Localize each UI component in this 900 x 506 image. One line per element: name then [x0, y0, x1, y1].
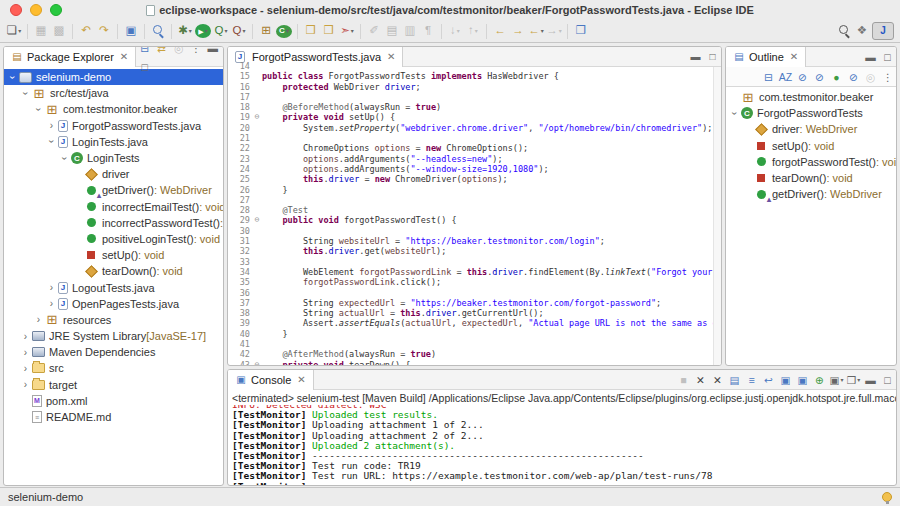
show-on-stderr-icon[interactable]: ▣ [795, 372, 810, 389]
collapse-all-icon[interactable]: ⊟ [761, 69, 776, 86]
new-java-class-icon[interactable]: C▾ [276, 25, 292, 38]
hide-static-members-icon[interactable]: ⊘ [812, 69, 827, 86]
close-icon[interactable]: ✕ [297, 374, 305, 385]
expander-open-icon[interactable]: › [33, 103, 44, 116]
tab-package-explorer[interactable]: ▤ Package Explorer ✕ [4, 47, 136, 67]
maximize-icon[interactable]: □ [880, 49, 895, 66]
expander-closed-icon[interactable]: › [19, 347, 32, 358]
tab-outline[interactable]: ▤ Outline ✕ [726, 47, 806, 67]
tree-item-readme-md[interactable]: ≡README.md [4, 409, 223, 425]
open-console-icon[interactable]: ❒▾ [846, 372, 861, 389]
hide-non-public-members-icon[interactable]: ● [829, 69, 844, 86]
dropdown-arrow-icon[interactable]: ▾ [559, 28, 562, 34]
tree-item-incorrectemailtest[interactable]: incorrectEmailTest() : void [4, 199, 223, 215]
dropdown-arrow-icon[interactable]: ▾ [541, 28, 544, 34]
dropdown-arrow-icon[interactable]: ▾ [189, 28, 192, 34]
tree-item-setup[interactable]: setUp() : void [726, 138, 896, 154]
expander-open-icon[interactable]: › [20, 87, 31, 100]
expander-closed-icon[interactable]: › [19, 379, 32, 390]
redo-icon[interactable]: ↷ [96, 23, 112, 40]
tree-item-getdriver[interactable]: getDriver() : WebDriver [726, 186, 896, 202]
tree-item-com-testmonitor-beaker[interactable]: ›⊞com.testmonitor.beaker [4, 101, 223, 117]
tree-item-src-test-java[interactable]: ›⊞src/test/java [4, 85, 223, 101]
tree-item-logouttests-java[interactable]: ›JLogoutTests.java [4, 279, 223, 295]
tab-console[interactable]: ▣ Console ✕ [228, 370, 314, 390]
notification-lightbulb-icon[interactable] [882, 492, 892, 502]
remove-launch-icon[interactable]: ✕ [693, 372, 708, 389]
profile-icon[interactable]: Q▾ [231, 23, 247, 40]
expander-open-icon[interactable]: › [7, 71, 18, 84]
coverage-icon[interactable]: Q▾ [213, 23, 229, 40]
sort-icon[interactable]: AZ [778, 69, 793, 86]
tree-item-src[interactable]: ›src [4, 360, 223, 376]
dropdown-arrow-icon[interactable]: ▾ [224, 28, 227, 34]
last-edit-location-icon[interactable]: ← [492, 23, 508, 40]
fold-marker-icon[interactable]: ⊖ [252, 215, 262, 225]
minimize-icon[interactable]: ▬ [205, 46, 220, 57]
dropdown-arrow-icon[interactable]: ▾ [840, 377, 843, 383]
expander-closed-icon[interactable]: › [45, 120, 58, 131]
overview-ruler[interactable] [713, 67, 721, 365]
run-icon[interactable]: ▶▾ [195, 24, 211, 38]
undo-icon[interactable]: ↶ [78, 23, 94, 40]
close-icon[interactable]: ✕ [120, 51, 128, 62]
tree-item-getdriver[interactable]: getDriver() : WebDriver [4, 182, 223, 198]
tree-item-com-testmonitor-beaker[interactable]: ⊞com.testmonitor.beaker [726, 89, 896, 105]
tree-item-jre-system-library[interactable]: ›JRE System Library [JavaSE-17] [4, 328, 223, 344]
hide-fields-icon[interactable]: ⊘ [795, 69, 810, 86]
launch-icon[interactable]: ➣▾ [339, 23, 355, 40]
tree-item-logintests-java[interactable]: ›JLoginTests.java [4, 134, 223, 150]
tree-item-forgotpasswordtest[interactable]: forgotPasswordTest() : void [726, 154, 896, 170]
dropdown-arrow-icon[interactable]: ▾ [18, 28, 21, 34]
hide-local-types-icon[interactable]: ⊘ [846, 69, 861, 86]
expander-closed-icon[interactable]: › [45, 298, 58, 309]
expander-closed-icon[interactable]: › [45, 282, 58, 293]
clear-console-icon[interactable]: ▤ [727, 372, 742, 389]
link-with-editor-icon[interactable]: ⇄ [154, 46, 169, 57]
code-editor[interactable]: 1415public class ForgotPasswordTests imp… [228, 61, 721, 366]
minimize-icon[interactable]: ▬ [863, 49, 878, 66]
pin-editor-icon[interactable]: ❐ [573, 23, 589, 40]
view-menu-icon[interactable]: ⋮ [880, 69, 895, 86]
tree-item-forgotpasswordtests-java[interactable]: ›JForgotPasswordTests.java [4, 118, 223, 134]
pin-console-icon[interactable]: ⊕ [812, 372, 827, 389]
debug-icon[interactable]: ✱▾ [177, 23, 193, 40]
tree-item-driver[interactable]: driver [4, 166, 223, 182]
fold-marker-icon[interactable]: ⊖ [252, 360, 262, 366]
expander-open-icon[interactable]: › [59, 152, 70, 165]
open-task-icon[interactable]: ❒ [303, 23, 319, 40]
fold-marker-icon[interactable]: ⊖ [252, 112, 262, 122]
expander-open-icon[interactable]: › [46, 135, 57, 148]
tree-item-logintests[interactable]: ›CLoginTests [4, 150, 223, 166]
dropdown-arrow-icon[interactable]: ▾ [457, 28, 460, 34]
tree-item-driver[interactable]: driver : WebDriver [726, 121, 896, 137]
tree-item-maven-dependencies[interactable]: ›Maven Dependencies [4, 344, 223, 360]
dropdown-arrow-icon[interactable]: ▾ [205, 28, 208, 34]
console-output[interactable]: INFO: Detected dialect: W3C[TestMonitor]… [228, 405, 896, 486]
tree-item-target[interactable]: ›target [4, 377, 223, 393]
close-icon[interactable]: ✕ [790, 51, 798, 62]
new-java-package-icon[interactable]: ⊞ [258, 23, 274, 40]
expander-open-icon[interactable]: › [729, 107, 740, 120]
java-perspective-icon[interactable]: J [872, 22, 894, 40]
dropdown-arrow-icon[interactable]: ▾ [857, 377, 860, 383]
view-menu-icon[interactable]: ⋮ [188, 46, 203, 57]
show-on-stdout-icon[interactable]: ▣ [778, 372, 793, 389]
open-resource-icon[interactable]: ❒ [321, 23, 337, 40]
open-perspective-icon[interactable]: ❖ [854, 23, 870, 40]
dropdown-arrow-icon[interactable]: ▾ [242, 28, 245, 34]
tree-item-forgotpasswordtests[interactable]: ›CForgotPasswordTests [726, 105, 896, 121]
minimize-icon[interactable]: ▬ [863, 372, 878, 389]
word-wrap-icon[interactable]: ↩ [761, 372, 776, 389]
tree-item-teardown[interactable]: tearDown() : void [726, 170, 896, 186]
tree-item-setup[interactable]: setUp() : void [4, 247, 223, 263]
maximize-icon[interactable]: □ [880, 372, 895, 389]
tree-item-resources[interactable]: ›⊞resources [4, 312, 223, 328]
back-history-icon[interactable]: ←▾ [528, 23, 544, 40]
quick-search-icon[interactable] [150, 23, 166, 40]
tree-item-teardown[interactable]: tearDown() : void [4, 263, 223, 279]
scroll-lock-icon[interactable]: ≡ [744, 372, 759, 389]
collapse-all-icon[interactable]: ⊟ [137, 46, 152, 57]
maximize-icon[interactable]: □ [137, 58, 152, 75]
expander-closed-icon[interactable]: › [19, 331, 32, 342]
